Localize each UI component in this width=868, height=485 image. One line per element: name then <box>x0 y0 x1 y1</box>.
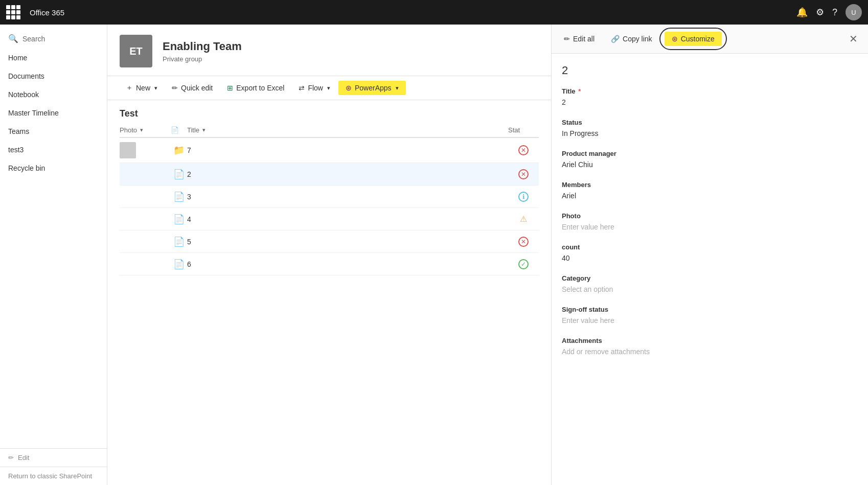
edit-icon: ✏ <box>8 454 14 461</box>
panel-header-actions: ✏ Edit all 🔗 Copy link ⊛ Customize <box>560 32 722 46</box>
row-status: ℹ <box>508 192 539 202</box>
field-label-photo: Photo <box>562 212 858 220</box>
customize-label: Customize <box>681 35 715 43</box>
settings-icon[interactable]: ⚙ <box>816 7 824 18</box>
flow-button[interactable]: ⇄ Flow ▾ <box>292 81 336 95</box>
field-group-status: Status In Progress <box>562 119 858 137</box>
excel-icon: ⊞ <box>227 84 233 92</box>
list-item[interactable]: 📄 3 ℹ <box>120 186 539 208</box>
row-title: 6 <box>187 260 508 268</box>
row-title: 5 <box>187 238 508 246</box>
row-status: ✕ <box>508 237 539 247</box>
field-label-status: Status <box>562 119 858 126</box>
row-status: ✕ <box>508 145 539 155</box>
return-to-classic[interactable]: Return to classic SharePoint <box>0 467 107 485</box>
field-label-title: Title * <box>562 87 858 95</box>
list-item[interactable]: 📄 2 ✕ <box>120 163 539 186</box>
waffle-icon[interactable] <box>6 5 20 19</box>
field-value-title: 2 <box>562 98 858 106</box>
row-doc-icon: 📄 <box>171 259 187 270</box>
field-group-category: Category Select an option <box>562 274 858 293</box>
sidebar-item-teams[interactable]: Teams <box>0 122 107 141</box>
field-group-product-manager: Product manager Ariel Chiu <box>562 150 858 169</box>
field-label-count: count <box>562 243 858 251</box>
help-icon[interactable]: ? <box>832 7 837 18</box>
plus-icon: ＋ <box>126 83 133 93</box>
sidebar-item-documents[interactable]: Documents <box>0 67 107 85</box>
sidebar-item-test3[interactable]: test3 <box>0 141 107 159</box>
row-doc-icon: 📁 <box>171 145 187 156</box>
sidebar-item-home[interactable]: Home <box>0 49 107 67</box>
sidebar-item-label: Home <box>8 54 27 62</box>
flow-icon: ⇄ <box>299 84 305 92</box>
edit-all-button[interactable]: ✏ Edit all <box>560 33 599 45</box>
sidebar-item-label: Teams <box>8 127 29 135</box>
sidebar-item-recycle-bin[interactable]: Recycle bin <box>0 159 107 177</box>
quick-edit-button[interactable]: ✏ Quick edit <box>166 81 219 95</box>
field-label-signoff: Sign-off status <box>562 306 858 313</box>
list-item[interactable]: 📄 5 ✕ <box>120 230 539 253</box>
row-status: ✓ <box>508 259 539 269</box>
field-label-members: Members <box>562 181 858 189</box>
row-status: ⚠ <box>508 214 539 224</box>
chevron-down-icon: ▾ <box>396 85 399 91</box>
document-icon: 📄 <box>173 214 185 225</box>
row-status: ✕ <box>508 169 539 179</box>
top-bar-icons: 🔔 ⚙ ? U <box>796 4 862 20</box>
field-value-attachments: Add or remove attachments <box>562 348 858 356</box>
field-group-members: Members Ariel <box>562 181 858 200</box>
search-label: Search <box>22 35 45 43</box>
column-status: Stat <box>508 126 539 134</box>
column-photo[interactable]: Photo ▾ <box>120 126 171 134</box>
new-button[interactable]: ＋ New ▾ <box>120 80 164 96</box>
right-panel: ✏ Edit all 🔗 Copy link ⊛ Customize ✕ <box>551 25 868 485</box>
row-doc-icon: 📄 <box>171 236 187 247</box>
field-value-status: In Progress <box>562 129 858 137</box>
sidebar-edit[interactable]: ✏ Edit <box>0 448 107 467</box>
sp-group-title: Enabling Team <box>163 40 242 53</box>
column-doc-icon: 📄 <box>171 126 187 134</box>
row-title: 4 <box>187 215 508 223</box>
export-to-excel-button[interactable]: ⊞ Export to Excel <box>221 81 290 95</box>
field-label-product-manager: Product manager <box>562 150 858 157</box>
avatar[interactable]: U <box>846 4 862 20</box>
list-header: Photo ▾ 📄 Title ▾ Stat <box>120 123 539 138</box>
sp-header-info: Enabling Team Private group <box>163 40 242 63</box>
field-value-category: Select an option <box>562 285 858 293</box>
customize-button[interactable]: ⊛ Customize <box>665 32 722 46</box>
powerapps-icon: ⊛ <box>346 84 352 92</box>
copy-link-button[interactable]: 🔗 Copy link <box>607 33 656 45</box>
sidebar-item-label: Documents <box>8 72 44 80</box>
status-icon-check: ✓ <box>518 259 529 269</box>
list-item[interactable]: 📁 7 ✕ <box>120 138 539 163</box>
sp-toolbar: ＋ New ▾ ✏ Quick edit ⊞ Export to Excel ⇄… <box>107 76 551 100</box>
field-group-signoff: Sign-off status Enter value here <box>562 306 858 325</box>
edit-icon: ✏ <box>172 84 178 92</box>
panel-item-number: 2 <box>562 64 858 77</box>
panel-body: 2 Title * 2 Status In Progress Product <box>552 54 868 485</box>
photo-thumbnail <box>120 142 136 158</box>
powerapps-label: PowerApps <box>355 84 392 92</box>
sp-main: ET Enabling Team Private group ＋ New ▾ ✏… <box>107 25 551 485</box>
search-button[interactable]: 🔍 Search <box>0 29 107 49</box>
field-value-product-manager: Ariel Chiu <box>562 160 858 169</box>
list-item[interactable]: 📄 4 ⚠ <box>120 208 539 230</box>
panel-header: ✏ Edit all 🔗 Copy link ⊛ Customize ✕ <box>552 25 868 54</box>
column-title[interactable]: Title ▾ <box>187 126 508 134</box>
document-icon: 📄 <box>173 191 185 202</box>
edit-label: Edit <box>18 454 29 461</box>
sidebar-item-notebook[interactable]: Notebook <box>0 85 107 104</box>
notification-icon[interactable]: 🔔 <box>796 7 808 18</box>
status-icon-warn: ⚠ <box>520 214 527 224</box>
field-group-photo: Photo Enter value here <box>562 212 858 231</box>
powerapps-button[interactable]: ⊛ PowerApps ▾ <box>338 81 406 95</box>
list-item[interactable]: 📄 6 ✓ <box>120 253 539 275</box>
panel-close-button[interactable]: ✕ <box>847 31 860 47</box>
sidebar-item-label: Notebook <box>8 90 39 99</box>
sp-list: Photo ▾ 📄 Title ▾ Stat <box>107 123 551 485</box>
sp-group-subtitle: Private group <box>163 55 242 63</box>
sidebar-item-master-timeline[interactable]: Master Timeline <box>0 104 107 122</box>
flow-label: Flow <box>308 84 323 92</box>
export-label: Export to Excel <box>236 84 284 92</box>
sp-header: ET Enabling Team Private group <box>107 25 551 76</box>
